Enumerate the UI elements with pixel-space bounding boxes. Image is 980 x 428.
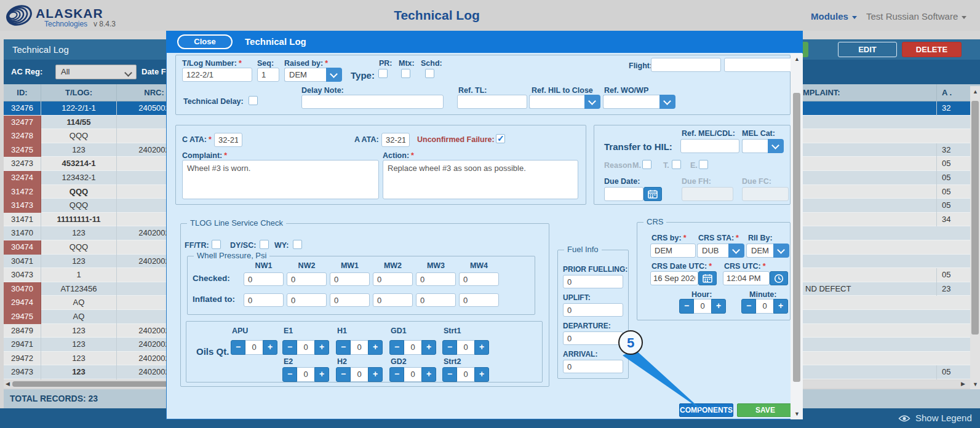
wheel-checked-input[interactable] bbox=[373, 272, 413, 286]
oil-stepper[interactable]: 0 bbox=[389, 367, 436, 382]
wheel-inflated-input[interactable] bbox=[330, 293, 370, 307]
minus-icon[interactable] bbox=[336, 340, 351, 355]
mel-cat-select[interactable] bbox=[742, 139, 784, 153]
plus-icon[interactable] bbox=[368, 367, 383, 382]
wheel-inflated-input[interactable] bbox=[244, 293, 284, 307]
plus-icon[interactable] bbox=[474, 340, 489, 355]
oil-stepper[interactable]: 0 bbox=[231, 340, 277, 355]
oil-stepper[interactable]: 0 bbox=[336, 367, 383, 382]
minus-icon[interactable] bbox=[282, 340, 297, 355]
wheel-inflated-input[interactable] bbox=[373, 293, 413, 307]
rii-by-select[interactable]: DEM bbox=[746, 244, 789, 258]
plus-icon[interactable] bbox=[421, 367, 436, 382]
fuel-input[interactable] bbox=[563, 331, 623, 345]
crs-utc-input[interactable] bbox=[723, 271, 770, 285]
wheel-checked-input[interactable] bbox=[330, 272, 370, 286]
vertical-scrollbar[interactable]: ▲ ▼ bbox=[970, 86, 980, 390]
show-legend-link[interactable]: Show Legend bbox=[915, 413, 972, 423]
tlog-number-input[interactable] bbox=[182, 68, 252, 82]
ref-hil-select[interactable] bbox=[529, 95, 600, 109]
minute-stepper[interactable]: 0 bbox=[741, 299, 788, 314]
crs-date-calendar-button[interactable] bbox=[698, 271, 717, 285]
save-button[interactable]: SAVE bbox=[737, 403, 794, 417]
scroll-right-icon[interactable]: ▶ bbox=[961, 381, 965, 387]
a-ata-input[interactable] bbox=[381, 133, 410, 147]
plus-icon[interactable] bbox=[314, 340, 329, 355]
flight-input-2[interactable] bbox=[724, 58, 794, 72]
components-button[interactable]: COMPONENTS bbox=[679, 403, 733, 417]
minus-icon[interactable] bbox=[389, 367, 404, 382]
scroll-up-icon[interactable]: ▲ bbox=[794, 57, 800, 62]
crs-by-input[interactable] bbox=[650, 244, 696, 258]
plus-icon[interactable] bbox=[263, 340, 277, 355]
wheel-checked-input[interactable] bbox=[287, 272, 327, 286]
scrollbar-thumb[interactable] bbox=[793, 93, 800, 382]
due-date-calendar-button[interactable] bbox=[643, 187, 662, 201]
raised-by-select[interactable]: DEM bbox=[284, 68, 342, 82]
reason-t-checkbox[interactable] bbox=[672, 160, 681, 169]
reason-m-checkbox[interactable] bbox=[642, 160, 651, 169]
ac-reg-select[interactable]: All bbox=[55, 65, 137, 79]
due-date-input[interactable] bbox=[604, 187, 643, 201]
complaint-textarea[interactable]: Wheel #3 is worn. bbox=[182, 160, 379, 199]
c-ata-input[interactable] bbox=[214, 133, 242, 147]
mtx-checkbox[interactable] bbox=[401, 69, 410, 78]
col-header-complaint[interactable]: MPLAINT: bbox=[802, 84, 925, 101]
fftr-checkbox[interactable] bbox=[212, 240, 221, 249]
oil-stepper[interactable]: 0 bbox=[282, 340, 329, 355]
wheel-checked-input[interactable] bbox=[416, 272, 456, 286]
delete-button[interactable]: DELETE bbox=[902, 42, 962, 57]
scroll-down-icon[interactable]: ▼ bbox=[973, 382, 978, 387]
hour-stepper[interactable]: 0 bbox=[679, 299, 726, 314]
ref-wowp-select[interactable] bbox=[603, 95, 675, 109]
crs-date-input[interactable] bbox=[650, 271, 698, 285]
oil-stepper[interactable]: 0 bbox=[282, 367, 329, 382]
wheel-inflated-input[interactable] bbox=[416, 293, 456, 307]
col-header-tlog[interactable]: T/LOG: bbox=[41, 84, 117, 101]
scroll-left-icon[interactable]: ◀ bbox=[6, 381, 10, 387]
wheel-inflated-input[interactable] bbox=[459, 293, 499, 307]
technical-delay-checkbox[interactable] bbox=[249, 96, 258, 105]
ref-tl-input[interactable] bbox=[457, 95, 527, 109]
col-header-a-ata[interactable]: A . bbox=[936, 84, 972, 101]
oil-stepper[interactable]: 0 bbox=[336, 340, 383, 355]
crs-utc-clock-button[interactable] bbox=[770, 271, 788, 285]
minus-icon[interactable] bbox=[389, 340, 404, 355]
minus-icon[interactable] bbox=[336, 367, 351, 382]
schd-checkbox[interactable] bbox=[425, 69, 434, 78]
plus-icon[interactable] bbox=[711, 299, 726, 314]
fuel-input[interactable] bbox=[563, 360, 623, 373]
oil-stepper[interactable]: 0 bbox=[442, 340, 489, 355]
minus-icon[interactable] bbox=[679, 299, 694, 314]
user-menu[interactable]: Test Russian Software bbox=[866, 11, 966, 22]
minus-icon[interactable] bbox=[442, 367, 457, 382]
scroll-up-icon[interactable]: ▲ bbox=[973, 89, 978, 95]
minus-icon[interactable] bbox=[741, 299, 756, 314]
wy-checkbox[interactable] bbox=[293, 240, 302, 249]
reason-e-checkbox[interactable] bbox=[699, 160, 708, 169]
wheel-checked-input[interactable] bbox=[244, 272, 284, 286]
edit-button[interactable]: EDIT bbox=[838, 42, 897, 57]
modal-scrollbar[interactable]: ▲ ▼ bbox=[791, 54, 803, 419]
scroll-down-icon[interactable]: ▼ bbox=[794, 411, 800, 417]
plus-icon[interactable] bbox=[474, 367, 489, 382]
oil-stepper[interactable]: 0 bbox=[389, 340, 436, 355]
crs-sta-select[interactable]: DUB bbox=[697, 244, 744, 258]
oil-stepper[interactable]: 0 bbox=[442, 367, 489, 382]
fuel-input[interactable] bbox=[563, 303, 623, 317]
dysc-checkbox[interactable] bbox=[260, 240, 269, 249]
wheel-checked-input[interactable] bbox=[459, 272, 499, 286]
action-textarea[interactable]: Replace wheel #3 as soon as possible. bbox=[383, 160, 578, 199]
minus-icon[interactable] bbox=[231, 340, 245, 355]
pr-checkbox[interactable] bbox=[378, 69, 388, 78]
unconfirmed-failure-checkbox[interactable] bbox=[496, 134, 505, 143]
plus-icon[interactable] bbox=[773, 299, 788, 314]
modules-menu[interactable]: Modules bbox=[811, 11, 857, 22]
plus-icon[interactable] bbox=[314, 367, 329, 382]
plus-icon[interactable] bbox=[368, 340, 383, 355]
col-header-id[interactable]: ID: bbox=[4, 84, 41, 101]
wheel-inflated-input[interactable] bbox=[287, 293, 327, 307]
ref-mel-input[interactable] bbox=[680, 139, 739, 153]
minus-icon[interactable] bbox=[282, 367, 297, 382]
minus-icon[interactable] bbox=[442, 340, 457, 355]
